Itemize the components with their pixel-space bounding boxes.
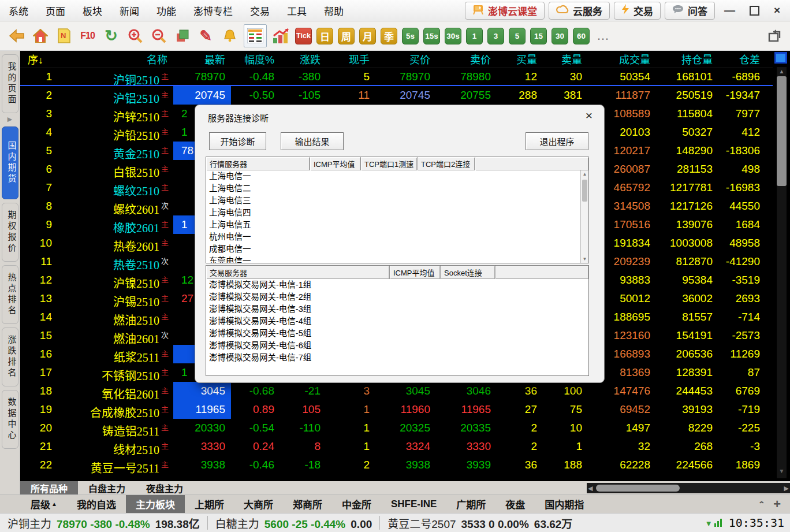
list-column-header[interactable]: TCP端口1测速 [361, 157, 418, 170]
bottom-tab[interactable]: 夜盘主力 [136, 481, 193, 494]
output-result-button[interactable]: 输出结果 [281, 132, 344, 150]
table-row[interactable]: 22黄豆一号2511主3938-0.46-1823938393936188622… [20, 456, 773, 474]
sidebar-item[interactable]: 涨跌排名 [2, 328, 18, 386]
column-header[interactable]: 最新 [173, 51, 231, 66]
period-button[interactable]: 3 [487, 28, 504, 44]
column-header[interactable]: 现手 [326, 51, 375, 66]
scroll-up-arrow-icon[interactable]: ▲ [777, 68, 787, 75]
period-button[interactable]: 15 [530, 28, 547, 44]
screen-switch-icon[interactable] [765, 26, 784, 46]
add-tab-icon[interactable]: + [773, 497, 781, 512]
menu-item[interactable]: 澎博专栏 [185, 3, 241, 18]
period-button[interactable]: 60 [573, 28, 590, 44]
pencil-icon[interactable]: ✎ [196, 26, 215, 46]
nav-item[interactable]: 郑商所 [283, 495, 332, 514]
quote-list-scrollbar[interactable]: ▲ ▼ [580, 170, 588, 263]
zoom-in-icon[interactable] [125, 26, 144, 46]
back-arrow-icon[interactable] [7, 26, 26, 46]
scroll-left-arrow-icon[interactable]: ◀ [588, 483, 592, 493]
period-button[interactable]: 季 [381, 28, 397, 44]
horizontal-scrollbar[interactable]: ◀ ▶ [587, 483, 790, 493]
nav-item[interactable]: 夜盘 [495, 495, 535, 514]
list-scroll-down-icon[interactable]: ▼ [581, 256, 588, 262]
quote-server-item[interactable]: 成都电信一 [206, 243, 588, 255]
dialog-close-icon[interactable]: × [586, 109, 592, 122]
collapse-chevron-icon[interactable]: ⌃ [758, 500, 766, 508]
trend-chart-icon[interactable] [271, 26, 290, 46]
menu-item[interactable]: 新闻 [111, 3, 148, 18]
bottom-tab[interactable]: 白盘主力 [78, 481, 136, 494]
list-column-header[interactable]: 交易服务器 [206, 266, 390, 279]
menu-item[interactable]: 系统 [0, 3, 37, 18]
nav-item[interactable]: SHFE-INE [381, 495, 446, 514]
quote-server-item[interactable]: 东莞电信一 [206, 255, 588, 263]
sidebar-expand-icon[interactable]: ▶ [8, 116, 12, 123]
menu-item[interactable]: 交易 [241, 3, 278, 18]
menu-item[interactable]: 工具 [278, 3, 315, 18]
more-periods-button[interactable]: … [597, 28, 610, 43]
sidebar-item[interactable]: 数据中心 [2, 390, 18, 449]
nav-item[interactable]: 我的自选 [67, 495, 126, 514]
nav-item[interactable]: 广期所 [446, 495, 495, 514]
minimize-button[interactable]: — [719, 4, 740, 17]
period-button[interactable]: 月 [359, 28, 376, 44]
exit-program-button[interactable]: 退出程序 [526, 132, 588, 150]
column-header[interactable]: 序↓ [20, 51, 58, 66]
column-header[interactable]: 仓差 [718, 51, 773, 66]
column-header[interactable]: 卖量 [543, 51, 588, 66]
trade-server-item[interactable]: 澎博模拟交易网关-电信-2组 [206, 291, 588, 303]
list-column-header[interactable]: ICMP平均值 [390, 266, 441, 279]
column-header[interactable]: 涨跌 [280, 51, 326, 66]
trade-server-item[interactable]: 澎博模拟交易网关-电信-7组 [206, 352, 588, 364]
quote-server-item[interactable]: 上海电信四 [206, 207, 588, 219]
table-row[interactable]: 18氧化铝2601主3045-0.68-21330453046361001474… [20, 382, 773, 400]
column-header[interactable]: 买价 [375, 51, 436, 66]
menu-item[interactable]: 页面 [37, 3, 74, 18]
maximize-button[interactable] [750, 6, 759, 16]
cloud-classroom-button[interactable]: 澎博云课堂 [465, 2, 545, 20]
nav-item[interactable]: 国内期指 [535, 495, 594, 514]
trade-server-item[interactable]: 澎博模拟交易网关-电信-5组 [206, 328, 588, 340]
start-diagnosis-button[interactable]: 开始诊断 [209, 132, 266, 150]
table-row[interactable]: 19合成橡胶2510主119650.8910511196011965277569… [20, 400, 773, 419]
quote-server-item[interactable]: 杭州电信一 [206, 231, 588, 243]
home-icon[interactable] [31, 26, 50, 46]
quote-table-icon[interactable] [244, 24, 267, 47]
nav-item[interactable]: 层级▲ [21, 495, 67, 514]
column-header[interactable]: 幅度% [231, 51, 280, 66]
nav-item[interactable]: 主力板块 [126, 495, 185, 514]
period-button[interactable]: 30s [445, 28, 461, 44]
bottom-tab[interactable]: 所有品种 [20, 481, 78, 494]
refresh-icon[interactable]: ↻ [102, 26, 121, 46]
column-header[interactable]: 成交量 [588, 51, 656, 66]
column-header[interactable]: 卖价 [436, 51, 497, 66]
menu-item[interactable]: 板块 [74, 3, 111, 18]
quote-server-item[interactable]: 上海电信五 [206, 219, 588, 231]
period-button[interactable]: 5s [402, 28, 419, 44]
cloud-service-button[interactable]: 云服务 [549, 2, 610, 20]
list-column-header[interactable]: ICMP平均值 [310, 157, 361, 170]
period-button[interactable]: 日 [316, 28, 333, 44]
sidebar-item[interactable]: 国内期货 [2, 127, 18, 199]
horizontal-scroll-thumb[interactable] [596, 485, 680, 492]
vertical-scroll-thumb[interactable] [777, 76, 787, 186]
trade-server-item[interactable]: 澎博模拟交易网关-电信-6组 [206, 340, 588, 352]
bell-icon[interactable] [220, 26, 239, 46]
qa-button[interactable]: 问答 [665, 2, 715, 20]
column-header[interactable]: 持仓量 [656, 51, 718, 66]
list-scroll-up-icon[interactable]: ▲ [581, 172, 588, 177]
scroll-top-button[interactable] [774, 52, 787, 64]
trade-button[interactable]: 交易 [614, 2, 661, 20]
trade-server-item[interactable]: 澎博模拟交易网关-电信-3组 [206, 303, 588, 315]
vertical-scrollbar[interactable]: ▲ ▼ [773, 51, 790, 481]
tick-period-button[interactable]: Tick [295, 28, 312, 44]
period-button[interactable]: 周 [338, 28, 355, 44]
column-header[interactable]: 买量 [497, 51, 543, 66]
table-row[interactable]: 20铸造铝2511主20330-0.54-1101203252033521014… [20, 419, 773, 437]
zoom-out-icon[interactable] [149, 26, 168, 46]
table-row[interactable]: 1沪铜2510主78970-0.48-380578970789801230503… [20, 68, 773, 86]
nav-item[interactable]: 上期所 [185, 495, 234, 514]
quote-server-item[interactable]: 上海电信一 [206, 170, 588, 183]
menu-item[interactable]: 功能 [148, 3, 185, 18]
period-button[interactable]: 15s [423, 28, 440, 44]
